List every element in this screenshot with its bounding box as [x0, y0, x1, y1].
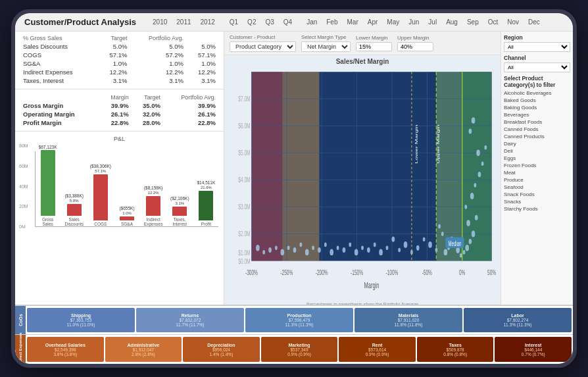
content-area: % Gross Sales Target Portfolio Avg. Sale… — [15, 32, 573, 305]
seg-title: Production — [287, 313, 312, 318]
col-portfolio-header: Portfolio Avg. — [130, 34, 186, 42]
upper-margin-group: Upper Margin — [397, 35, 433, 51]
table-row: Operating Margin26.1%32.0%26.1% — [20, 110, 218, 118]
product-category-list: Alcoholic BeveragesBaked GoodsBaking Goo… — [504, 89, 570, 213]
svg-text:-50%: -50% — [422, 268, 432, 276]
svg-point-83 — [280, 249, 284, 255]
svg-text:$6.0M: $6.0M — [238, 122, 250, 130]
product-list-item[interactable]: Beverages — [504, 111, 570, 118]
month-jul[interactable]: Jul — [425, 18, 440, 26]
y-label-40m: 40M — [19, 184, 28, 189]
metrics-table-2: Margin Target Portfolio Avg. Gross Margi… — [15, 91, 224, 130]
table-row: Sales Discounts5.0%5.0%5.0% — [20, 42, 218, 51]
product-list-item[interactable]: Alcoholic Beverages — [504, 89, 570, 97]
seg-title: Marketing — [288, 343, 310, 347]
seg-value1: $956,024 — [212, 347, 230, 352]
month-jan[interactable]: Jan — [303, 18, 320, 26]
customer-product-select[interactable]: Product Category — [230, 41, 296, 52]
svg-point-79 — [305, 249, 309, 255]
upper-margin-input[interactable] — [397, 42, 433, 51]
month-may[interactable]: May — [383, 18, 403, 26]
product-list-item[interactable]: Starchy Foods — [504, 205, 570, 213]
svg-text:$2.0M: $2.0M — [238, 230, 250, 238]
month-tabs: Jan Feb Mar Apr May Jun Jul Aug Sep Oct … — [303, 18, 543, 26]
metrics-table-1: % Gross Sales Target Portfolio Avg. Sale… — [15, 32, 224, 88]
region-select[interactable]: All — [504, 42, 570, 52]
svg-text:Lower Margin: Lower Margin — [414, 124, 418, 164]
svg-text:50%: 50% — [487, 268, 496, 276]
svg-point-86 — [262, 250, 265, 255]
svg-point-70 — [361, 246, 364, 251]
bar-chart-area: P&L 80M 60M 40M 20M 0M $67,123KGross Sal… — [15, 133, 224, 305]
month-oct[interactable]: Oct — [485, 18, 502, 26]
product-list-item[interactable]: Breakfast Foods — [504, 118, 570, 126]
cog-segment: Production $7,598,479 11.3% (11.3%) — [245, 308, 353, 332]
month-jun[interactable]: Jun — [405, 18, 422, 26]
product-list-item[interactable]: Canned Foods — [504, 126, 570, 133]
year-tabs: 2010 2011 2012 — [149, 18, 218, 26]
channel-select[interactable]: All — [504, 63, 570, 72]
margin-type-select[interactable]: Net Margin — [301, 41, 351, 52]
table-row: COGS57.1%57.2%57.1% — [20, 51, 218, 59]
cog-segment: Returns $7,832,072 11.7% (11.7%) — [136, 308, 244, 332]
quarter-tab-q4[interactable]: Q4 — [280, 18, 295, 26]
svg-point-71 — [355, 249, 358, 255]
svg-rect-2 — [282, 72, 319, 261]
lower-margin-input[interactable] — [356, 42, 392, 51]
svg-text:Margin: Margin — [364, 280, 380, 289]
svg-point-81 — [293, 247, 297, 253]
seg-title: Materials — [399, 313, 418, 318]
product-list-item[interactable]: Produce — [504, 176, 570, 184]
chart-controls: Customer - Product Product Category Sele… — [224, 32, 501, 55]
product-list-item[interactable]: Snack Foods — [504, 191, 570, 198]
quarter-tab-q1[interactable]: Q1 — [226, 18, 241, 26]
quarter-tab-q3[interactable]: Q3 — [262, 18, 277, 26]
bar-top-label: ($38,306K)57.1% — [90, 164, 111, 174]
product-list-item[interactable]: Eggs — [504, 155, 570, 162]
product-list-item[interactable]: Snacks — [504, 198, 570, 205]
right-sidebar: Region All Channel All Select Product Ca… — [501, 32, 573, 305]
month-feb[interactable]: Feb — [323, 18, 341, 26]
product-list-item[interactable]: Frozen Foods — [504, 162, 570, 169]
seg-value2: 11.3% (11.3%) — [504, 322, 532, 327]
seg-value2: 0.9% (0.9%) — [366, 352, 389, 357]
col2-target: Target — [132, 93, 163, 101]
bar-group: ($8,158K)12.2%Indirect Expenses — [141, 186, 166, 226]
year-tab-2012[interactable]: 2012 — [197, 18, 218, 26]
product-list-item[interactable]: Dairy — [504, 140, 570, 147]
product-list-item[interactable]: Baked Goods — [504, 97, 570, 104]
month-mar[interactable]: Mar — [344, 18, 362, 26]
month-apr[interactable]: Apr — [364, 18, 381, 26]
seg-value1: $537,349 — [290, 347, 308, 352]
y-label-60m: 60M — [19, 164, 28, 168]
scatter-area: Sales/Net Margin — [224, 55, 501, 305]
seg-title: Interest — [525, 343, 541, 347]
quarter-tab-q2[interactable]: Q2 — [244, 18, 259, 26]
product-list-item[interactable]: Seafood — [504, 184, 570, 191]
year-tab-2010[interactable]: 2010 — [149, 18, 170, 26]
product-list-item[interactable]: Deli — [504, 147, 570, 155]
cog-segment: Materials $7,911,020 11.8% (11.8%) — [355, 308, 462, 332]
svg-point-74 — [337, 246, 339, 251]
indirect-bars: Overhead Salaries $2,549,398 3.8% (3.8%)… — [26, 335, 573, 364]
year-tab-2011[interactable]: 2011 — [173, 18, 194, 26]
svg-text:Upper Margin: Upper Margin — [436, 124, 440, 164]
indirect-segment: Overhead Salaries $2,549,398 3.8% (3.8%) — [27, 337, 104, 362]
month-dec[interactable]: Dec — [525, 18, 543, 26]
product-list-item[interactable]: Baking Goods — [504, 104, 570, 111]
svg-point-68 — [374, 243, 376, 247]
product-list-item[interactable]: Canned Products — [504, 133, 570, 140]
svg-point-72 — [349, 243, 351, 247]
month-aug[interactable]: Aug — [443, 18, 461, 26]
bar-bottom-label: SG&A — [121, 222, 133, 226]
bar-group: ($2,106K)3.1%Taxes, Interest — [168, 196, 192, 226]
lower-margin-group: Lower Margin — [356, 35, 392, 51]
month-nov[interactable]: Nov — [504, 18, 522, 26]
product-list-item[interactable]: Meat — [504, 169, 570, 176]
svg-point-55 — [484, 145, 487, 150]
bar-top-label: ($2,106K)3.1% — [170, 196, 189, 206]
month-sep[interactable]: Sep — [464, 18, 482, 26]
svg-text:0%: 0% — [459, 268, 465, 276]
bar-group: ($38,306K)57.1%COGS — [88, 164, 112, 226]
svg-text:$3.0M: $3.0M — [238, 203, 250, 211]
